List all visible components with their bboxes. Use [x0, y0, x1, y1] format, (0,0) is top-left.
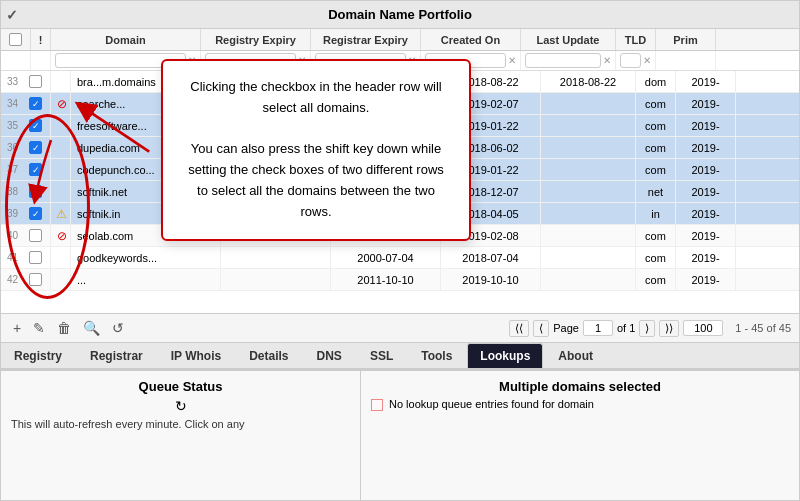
row-created-9: 2019-10-10: [441, 269, 541, 290]
row-checkbox-1[interactable]: ✓: [29, 97, 42, 110]
record-count: 1 - 45 of 45: [735, 322, 791, 334]
row-check-2[interactable]: ✓: [21, 115, 51, 136]
delete-button[interactable]: 🗑: [53, 318, 75, 338]
row-checkbox-0[interactable]: [29, 75, 42, 88]
queue-status-description: This will auto-refresh every minute. Cli…: [11, 418, 350, 430]
queue-refresh-icon[interactable]: ↻: [175, 398, 187, 414]
row-tld-2: com: [636, 115, 676, 136]
row-checkbox-2[interactable]: ✓: [29, 119, 42, 132]
pagination-last[interactable]: ⟩⟩: [659, 320, 679, 337]
header-excl: !: [31, 29, 51, 50]
row-excl-5: [51, 181, 71, 202]
row-check-3[interactable]: ✓: [21, 137, 51, 158]
row-reg-exp-8: [221, 247, 331, 268]
tab-tools[interactable]: Tools: [408, 343, 465, 368]
row-prim-5: 2019-: [676, 181, 736, 202]
tab-lookups[interactable]: Lookups: [467, 343, 543, 368]
filter-tld-clear[interactable]: ✕: [643, 55, 651, 66]
tab-details[interactable]: Details: [236, 343, 301, 368]
row-check-4[interactable]: ✓: [21, 159, 51, 180]
row-prim-6: 2019-: [676, 203, 736, 224]
row-check-0[interactable]: [21, 71, 51, 92]
bottom-panel: Queue Status ↻ This will auto-refresh ev…: [1, 370, 799, 500]
no-queue-item: No lookup queue entries found for domain: [371, 398, 789, 411]
row-created-8: 2018-07-04: [441, 247, 541, 268]
row-number-0: 33: [1, 76, 21, 87]
search-button[interactable]: 🔍: [79, 318, 104, 338]
row-updated-0: 2018-08-22: [541, 71, 636, 92]
row-checkbox-6[interactable]: ✓: [29, 207, 42, 220]
pagination-first[interactable]: ⟨⟨: [509, 320, 529, 337]
row-number-2: 35: [1, 120, 21, 131]
header-check[interactable]: [1, 29, 31, 50]
row-number-4: 37: [1, 164, 21, 175]
pagination-next[interactable]: ⟩: [639, 320, 655, 337]
table-row: 42 ... 2011-10-10 2019-10-10 com 2019-: [1, 269, 799, 291]
row-checkbox-4[interactable]: ✓: [29, 163, 42, 176]
tab-about[interactable]: About: [545, 343, 606, 368]
row-checkbox-7[interactable]: [29, 229, 42, 242]
filter-tld-input[interactable]: [620, 53, 641, 68]
error-icon: ⊘: [57, 229, 67, 243]
row-check-6[interactable]: ✓: [21, 203, 51, 224]
row-number-1: 34: [1, 98, 21, 109]
bottom-right-panel: Multiple domains selected No lookup queu…: [361, 371, 799, 500]
table-area: ! Domain Registry Expiry Registrar Expir…: [1, 29, 799, 313]
add-button[interactable]: +: [9, 318, 25, 338]
page-label: Page: [553, 322, 579, 334]
row-number-5: 38: [1, 186, 21, 197]
row-excl-2: [51, 115, 71, 136]
tab-ssl[interactable]: SSL: [357, 343, 406, 368]
row-prim-0: 2019-: [676, 71, 736, 92]
row-check-9[interactable]: [21, 269, 51, 290]
tab-registrar[interactable]: Registrar: [77, 343, 156, 368]
no-queue-text: No lookup queue entries found for domain: [389, 398, 594, 410]
refresh-button[interactable]: ↺: [108, 318, 128, 338]
row-tld-4: com: [636, 159, 676, 180]
row-rar-exp-8: 2000-07-04: [331, 247, 441, 268]
row-updated-2: [541, 115, 636, 136]
row-check-8[interactable]: [21, 247, 51, 268]
row-number-7: 40: [1, 230, 21, 241]
checkmark-icon: ✓: [6, 7, 18, 23]
toolbar: + ✎ 🗑 🔍 ↺ ⟨⟨ ⟨ Page of 1 ⟩ ⟩⟩ 1 - 45 of …: [1, 313, 799, 343]
tab-registry[interactable]: Registry: [1, 343, 75, 368]
row-tld-6: in: [636, 203, 676, 224]
row-checkbox-3[interactable]: ✓: [29, 141, 42, 154]
tab-ipwhois[interactable]: IP Whois: [158, 343, 234, 368]
row-rar-exp-9: 2011-10-10: [331, 269, 441, 290]
row-updated-1: [541, 93, 636, 114]
row-excl-3: [51, 137, 71, 158]
error-icon: ⊘: [57, 97, 67, 111]
filter-check: [1, 51, 31, 70]
filter-updated-clear[interactable]: ✕: [603, 55, 611, 66]
row-updated-3: [541, 137, 636, 158]
select-all-checkbox[interactable]: [9, 33, 22, 46]
filter-updated: ✕: [521, 51, 616, 70]
row-reg-exp-9: [221, 269, 331, 290]
page-input[interactable]: [583, 320, 613, 336]
tab-dns[interactable]: DNS: [304, 343, 355, 368]
per-page-input[interactable]: [683, 320, 723, 336]
header-tld: TLD: [616, 29, 656, 50]
header-last-update: Last Update: [521, 29, 616, 50]
multiple-domains-title: Multiple domains selected: [371, 379, 789, 394]
row-checkbox-5[interactable]: ✓: [29, 185, 42, 198]
filter-created-clear[interactable]: ✕: [508, 55, 516, 66]
row-checkbox-8[interactable]: [29, 251, 42, 264]
filter-updated-input[interactable]: [525, 53, 601, 68]
bottom-left-panel: Queue Status ↻ This will auto-refresh ev…: [1, 371, 361, 500]
pagination-prev[interactable]: ⟨: [533, 320, 549, 337]
row-check-1[interactable]: ✓: [21, 93, 51, 114]
header-registrar-expiry: Registrar Expiry: [311, 29, 421, 50]
row-check-5[interactable]: ✓: [21, 181, 51, 202]
row-prim-1: 2019-: [676, 93, 736, 114]
edit-button[interactable]: ✎: [29, 318, 49, 338]
row-checkbox-9[interactable]: [29, 273, 42, 286]
row-check-7[interactable]: [21, 225, 51, 246]
row-updated-5: [541, 181, 636, 202]
row-number-3: 36: [1, 142, 21, 153]
row-excl-0: [51, 71, 71, 92]
filter-tld: ✕: [616, 51, 656, 70]
row-domain-9: ...: [71, 269, 221, 290]
